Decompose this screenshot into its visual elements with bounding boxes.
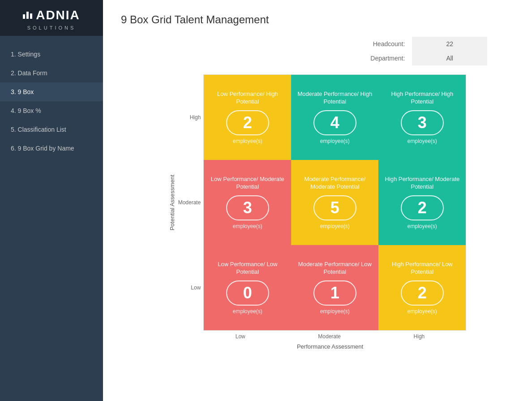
box-count-3: 3 bbox=[243, 200, 252, 216]
box-title-1: Moderate Performance/ High Potential bbox=[296, 91, 374, 106]
box-cell-r2-c0: Low Performance/ Low Potential0employee(… bbox=[204, 245, 291, 330]
box-employees-3: employee(s) bbox=[233, 223, 262, 229]
sidebar-logo: ADNIA SOLUTIONS bbox=[0, 0, 103, 36]
box-employees-0: employee(s) bbox=[233, 138, 262, 144]
x-axis-ticks: Low Moderate High bbox=[199, 333, 461, 340]
box-title-8: High Performance/ Low Potential bbox=[383, 261, 461, 276]
grid-with-axes: Potential Assessment High Moderate Low L… bbox=[169, 74, 467, 331]
logo-subtitle: SOLUTIONS bbox=[27, 25, 76, 30]
department-value: All bbox=[412, 51, 487, 65]
logo-bars-icon bbox=[23, 12, 32, 19]
y-tick-moderate: Moderate bbox=[178, 160, 201, 245]
sidebar-nav: 1. Settings 2. Data Form 3. 9 Box 4. 9 B… bbox=[0, 36, 103, 167]
box-employees-7: employee(s) bbox=[320, 308, 350, 315]
box-cell-r0-c0: Low Performance/ High Potential2employee… bbox=[204, 75, 291, 160]
x-axis-label: Performance Assessment bbox=[297, 343, 363, 350]
box-employees-5: employee(s) bbox=[408, 223, 437, 229]
box-employees-8: employee(s) bbox=[408, 308, 437, 315]
box-title-0: Low Performance/ High Potential bbox=[208, 91, 287, 106]
box-badge-8: 2 bbox=[401, 280, 444, 306]
box-count-8: 2 bbox=[418, 285, 427, 301]
nav-item-settings[interactable]: 1. Settings bbox=[0, 45, 103, 64]
y-axis-ticks: High Moderate Low bbox=[178, 75, 201, 330]
box-employees-1: employee(s) bbox=[320, 138, 350, 144]
bar3 bbox=[30, 13, 32, 19]
grid-container: Potential Assessment High Moderate Low L… bbox=[121, 74, 514, 350]
box-badge-1: 4 bbox=[313, 110, 356, 135]
box-badge-7: 1 bbox=[313, 280, 356, 306]
department-label: Department: bbox=[344, 51, 412, 65]
box-title-7: Moderate Performance/ Low Potential bbox=[296, 261, 374, 276]
y-tick-high: High bbox=[178, 75, 201, 160]
box-count-5: 2 bbox=[418, 200, 427, 216]
x-tick-high: High bbox=[414, 333, 425, 340]
nav-item-9box-name[interactable]: 6. 9 Box Grid by Name bbox=[0, 139, 103, 158]
y-axis-label: Potential Assessment bbox=[169, 175, 176, 230]
bar1 bbox=[23, 14, 25, 19]
box-cell-r1-c1: Moderate Performance/ Moderate Potential… bbox=[291, 160, 378, 245]
box-count-6: 0 bbox=[243, 285, 252, 301]
box-cell-r0-c1: Moderate Performance/ High Potential4emp… bbox=[291, 75, 378, 160]
box-badge-3: 3 bbox=[226, 195, 269, 220]
nav-item-data-form[interactable]: 2. Data Form bbox=[0, 64, 103, 82]
box-cell-r0-c2: High Performance/ High Potential3employe… bbox=[378, 75, 466, 160]
logo-icon: ADNIA bbox=[23, 8, 80, 22]
main-content: 9 Box Grid Talent Management Headcount: … bbox=[103, 0, 532, 401]
box-cell-r2-c2: High Performance/ Low Potential2employee… bbox=[378, 245, 466, 330]
headcount-value: 22 bbox=[412, 37, 487, 51]
box-title-4: Moderate Performance/ Moderate Potential bbox=[296, 176, 374, 191]
box-count-7: 1 bbox=[330, 285, 339, 301]
page-title: 9 Box Grid Talent Management bbox=[121, 13, 514, 26]
nav-item-classification[interactable]: 5. Classification List bbox=[0, 120, 103, 139]
box-badge-4: 5 bbox=[313, 195, 356, 220]
y-tick-low: Low bbox=[178, 245, 201, 330]
box-employees-6: employee(s) bbox=[233, 308, 262, 315]
box-employees-2: employee(s) bbox=[408, 138, 437, 144]
box-badge-6: 0 bbox=[226, 280, 269, 306]
headcount-label: Headcount: bbox=[344, 37, 412, 51]
sidebar: ADNIA SOLUTIONS 1. Settings 2. Data Form… bbox=[0, 0, 103, 401]
box-badge-2: 3 bbox=[401, 110, 444, 135]
nine-box-grid: Low Performance/ High Potential2employee… bbox=[203, 74, 466, 331]
box-cell-r1-c2: High Performance/ Moderate Potential2emp… bbox=[378, 160, 466, 245]
box-count-1: 4 bbox=[330, 115, 339, 131]
box-count-2: 3 bbox=[418, 115, 427, 131]
nav-item-9box-pct[interactable]: 4. 9 Box % bbox=[0, 101, 103, 120]
box-badge-5: 2 bbox=[401, 195, 444, 220]
box-cell-r1-c0: Low Performance/ Moderate Potential3empl… bbox=[204, 160, 291, 245]
box-employees-4: employee(s) bbox=[320, 223, 350, 229]
box-title-5: High Performance/ Moderate Potential bbox=[383, 176, 461, 191]
nav-item-9box[interactable]: 3. 9 Box bbox=[0, 82, 103, 101]
box-title-2: High Performance/ High Potential bbox=[383, 91, 461, 106]
box-title-6: Low Performance/ Low Potential bbox=[208, 261, 287, 276]
box-title-3: Low Performance/ Moderate Potential bbox=[208, 176, 287, 191]
box-count-4: 5 bbox=[330, 200, 339, 216]
stats-table: Headcount: 22 Department: All bbox=[344, 37, 487, 65]
x-tick-moderate: Moderate bbox=[318, 333, 341, 340]
logo-text: ADNIA bbox=[36, 8, 80, 22]
box-cell-r2-c1: Moderate Performance/ Low Potential1empl… bbox=[291, 245, 378, 330]
bar2 bbox=[26, 12, 29, 19]
x-tick-low: Low bbox=[236, 333, 245, 340]
box-badge-0: 2 bbox=[226, 110, 269, 135]
box-count-0: 2 bbox=[243, 115, 252, 131]
